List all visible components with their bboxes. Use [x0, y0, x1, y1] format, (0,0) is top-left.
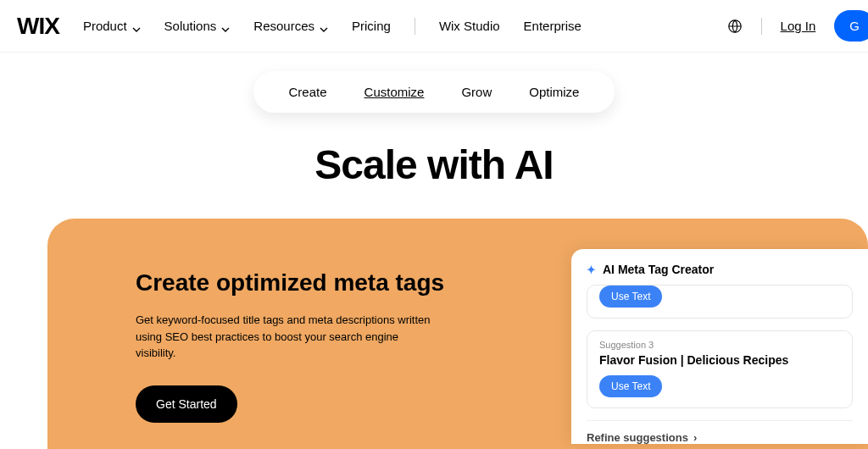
nav-label: Resources [253, 19, 314, 33]
tab-optimize[interactable]: Optimize [529, 85, 579, 99]
feature-panel: Create optimized meta tags Get keyword-f… [47, 219, 868, 449]
nav-label: Pricing [352, 19, 391, 33]
chevron-down-icon [132, 22, 141, 30]
tabs: Create Customize Grow Optimize [253, 71, 615, 113]
header: WIX Product Solutions Resources Pricing … [0, 0, 868, 53]
ai-card-header: ✦ AI Meta Tag Creator [587, 263, 853, 276]
nav-solutions[interactable]: Solutions [164, 19, 231, 33]
ai-meta-tag-card: ✦ AI Meta Tag Creator Use Text Suggestio… [571, 249, 868, 444]
primary-nav: Product Solutions Resources Pricing Wix … [83, 18, 581, 35]
nav-wix-studio[interactable]: Wix Studio [439, 19, 500, 33]
hero-title: Scale with AI [0, 141, 868, 188]
get-started-button[interactable]: Get Started [136, 385, 237, 423]
logo[interactable]: WIX [17, 13, 59, 40]
nav-product[interactable]: Product [83, 19, 141, 33]
header-right: Log In G [727, 10, 851, 42]
login-link[interactable]: Log In [781, 19, 816, 33]
header-left: WIX Product Solutions Resources Pricing … [17, 13, 581, 40]
tabs-container: Create Customize Grow Optimize [0, 71, 868, 113]
suggestion-text: Flavor Fusion | Delicious Recipes [599, 353, 840, 367]
chevron-right-icon: › [693, 431, 697, 444]
nav-resources[interactable]: Resources [253, 19, 328, 33]
use-text-button[interactable]: Use Text [599, 285, 662, 308]
header-cta-button[interactable]: G [834, 10, 868, 42]
chevron-down-icon [320, 22, 328, 30]
suggestion-label: Suggestion 3 [599, 340, 840, 350]
refine-suggestions-link[interactable]: Refine suggestions › [587, 420, 853, 444]
nav-label: Solutions [164, 19, 217, 33]
tab-grow[interactable]: Grow [461, 85, 492, 99]
divider [415, 18, 415, 35]
tab-create[interactable]: Create [289, 85, 327, 99]
suggestion-box-top: Use Text [587, 285, 853, 319]
nav-label: Product [83, 19, 127, 33]
chevron-down-icon [221, 22, 230, 30]
ai-card-title: AI Meta Tag Creator [603, 263, 714, 276]
refine-label: Refine suggestions [587, 431, 688, 444]
sparkle-icon: ✦ [587, 263, 596, 276]
feature-description: Get keyword-focused title tags and meta … [136, 312, 441, 362]
nav-enterprise[interactable]: Enterprise [524, 19, 581, 33]
use-text-button[interactable]: Use Text [599, 375, 662, 397]
divider [761, 18, 762, 35]
nav-pricing[interactable]: Pricing [352, 19, 391, 33]
globe-icon[interactable] [727, 19, 743, 34]
tab-customize[interactable]: Customize [364, 85, 425, 99]
suggestion-box-3: Suggestion 3 Flavor Fusion | Delicious R… [587, 330, 853, 408]
